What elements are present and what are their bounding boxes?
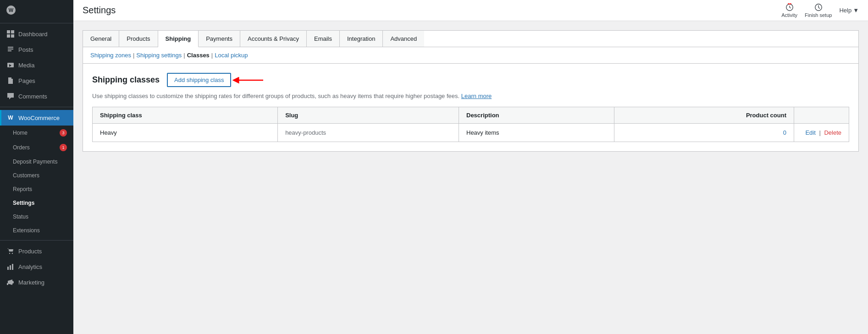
sidebar-item-marketing[interactable]: Marketing [0,274,73,290]
sidebar-item-label: Products [18,248,42,255]
cell-shipping-class: Heavy [93,124,278,142]
pages-icon [6,77,15,85]
sidebar-item-settings[interactable]: Settings [0,196,73,210]
svg-rect-8 [10,265,11,270]
activity-button[interactable]: Activity [781,3,797,18]
sub-nav-sep-1: | [133,52,134,59]
tab-shipping[interactable]: Shipping [158,31,199,47]
tab-integration[interactable]: Integration [340,31,383,47]
add-button-wrapper: Add shipping class [167,73,231,87]
subnav-shipping-zones[interactable]: Shipping zones [90,52,131,59]
svg-rect-1 [11,30,14,33]
home-badge: 3 [60,129,67,137]
edit-link[interactable]: Edit [805,129,815,136]
sidebar: W Dashboard Posts Media Pages Comments [0,0,73,334]
sidebar-item-status[interactable]: Status [0,210,73,224]
col-description: Description [459,107,614,124]
sidebar-item-woocommerce[interactable]: W WooCommerce [0,110,73,126]
svg-rect-3 [11,34,14,38]
tab-products[interactable]: Products [119,31,158,47]
media-icon [6,61,15,69]
svg-rect-2 [7,34,10,38]
add-shipping-class-button[interactable]: Add shipping class [167,73,231,87]
main-area: Settings Activity Finish setup Help ▼ [73,0,868,334]
topbar: Settings Activity Finish setup Help ▼ [73,0,868,21]
tab-accounts-privacy[interactable]: Accounts & Privacy [240,31,307,47]
sidebar-item-label: Marketing [18,279,44,286]
sidebar-item-deposit-payments[interactable]: Deposit Payments [0,155,73,169]
tab-emails[interactable]: Emails [307,31,340,47]
sub-navigation: Shipping zones | Shipping settings | Cla… [83,47,859,64]
sidebar-item-comments[interactable]: Comments [0,88,73,104]
tab-payments[interactable]: Payments [199,31,240,47]
marketing-icon [6,278,15,286]
finish-setup-label: Finish setup [805,12,832,18]
shipping-classes-table: Shipping class Slug Description Product … [92,107,849,142]
svg-point-6 [12,253,13,254]
col-shipping-class: Shipping class [93,107,278,124]
sidebar-item-posts[interactable]: Posts [0,42,73,57]
col-actions [794,107,849,124]
sidebar-item-pages[interactable]: Pages [0,73,73,88]
delete-link[interactable]: Delete [824,129,841,136]
sidebar-item-label: Reports [13,186,32,192]
sidebar-item-home[interactable]: Home 3 [0,126,73,140]
dashboard-icon [6,30,15,38]
cell-product-count: 0 [614,124,794,142]
cell-description: Heavy items [459,124,614,142]
annotation-arrow [231,73,268,87]
posts-icon [6,45,15,54]
page-title: Settings [83,5,116,16]
orders-badge: 1 [60,144,67,151]
sidebar-item-label: WooCommerce [18,115,60,121]
sidebar-item-label: Customers [13,172,39,179]
sidebar-divider-woo [0,107,73,107]
sidebar-item-orders[interactable]: Orders 1 [0,140,73,155]
cell-slug: heavy-products [278,124,459,142]
subnav-shipping-settings[interactable]: Shipping settings [136,52,182,59]
wp-logo[interactable]: W [0,0,73,20]
sidebar-divider-products [0,240,73,241]
shipping-classes-header: Shipping classes Add shipping class [92,73,849,87]
cell-actions: Edit | Delete [794,124,849,142]
woocommerce-icon: W [6,114,15,122]
comments-icon [6,92,15,100]
table-row: Heavy heavy-products Heavy items 0 Edit … [93,124,849,142]
sidebar-item-label: Status [13,214,28,220]
svg-rect-7 [7,267,9,270]
sidebar-item-media[interactable]: Media [0,57,73,73]
products-icon [6,247,15,255]
svg-rect-0 [7,30,10,33]
help-button[interactable]: Help ▼ [839,7,859,14]
learn-more-link[interactable]: Learn more [461,93,492,99]
wp-logo-icon: W [6,5,16,15]
chevron-down-icon: ▼ [853,7,859,14]
table-header: Shipping class Slug Description Product … [93,107,849,124]
sidebar-item-reports[interactable]: Reports [0,182,73,196]
col-product-count: Product count [614,107,794,124]
subnav-local-pickup[interactable]: Local pickup [215,52,248,59]
sidebar-divider-top [0,23,73,23]
finish-setup-button[interactable]: Finish setup [805,3,832,18]
sidebar-item-label: Orders [13,144,30,151]
sidebar-item-customers[interactable]: Customers [0,169,73,182]
svg-rect-9 [12,264,13,270]
svg-point-5 [9,253,10,254]
sidebar-item-label: Extensions [13,227,40,234]
sidebar-item-label: Analytics [18,263,42,270]
sidebar-item-dashboard[interactable]: Dashboard [0,26,73,42]
analytics-icon [6,263,15,271]
sidebar-item-products[interactable]: Products [0,243,73,259]
shipping-classes-title: Shipping classes [92,75,160,85]
sidebar-item-analytics[interactable]: Analytics [0,259,73,274]
sidebar-item-label: Home [13,130,28,136]
sidebar-item-extensions[interactable]: Extensions [0,224,73,237]
sidebar-item-label: Dashboard [18,31,48,38]
col-slug: Slug [278,107,459,124]
shipping-classes-description: Use shipping classes to customize the sh… [92,93,849,99]
tab-advanced[interactable]: Advanced [383,31,424,47]
sidebar-item-label: Settings [13,200,34,206]
action-separator: | [819,129,822,136]
tab-general[interactable]: General [83,31,119,47]
subnav-classes-current: Classes [187,52,210,59]
